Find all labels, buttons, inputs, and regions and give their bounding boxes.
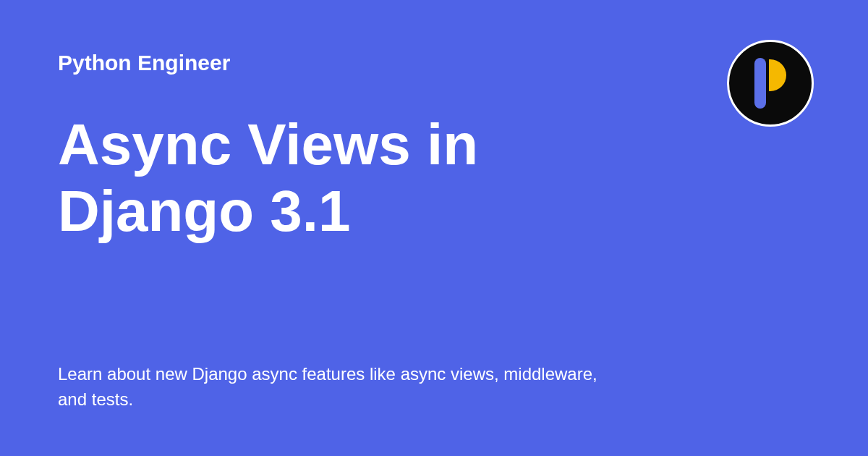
logo-icon [749, 58, 792, 109]
article-title: Async Views in Django 3.1 [58, 111, 637, 362]
site-name: Python Engineer [58, 51, 810, 75]
logo-semicircle-shape [769, 59, 786, 91]
logo-bar-shape [754, 58, 766, 109]
article-description: Learn about new Django async features li… [58, 362, 622, 413]
site-logo [727, 40, 814, 127]
